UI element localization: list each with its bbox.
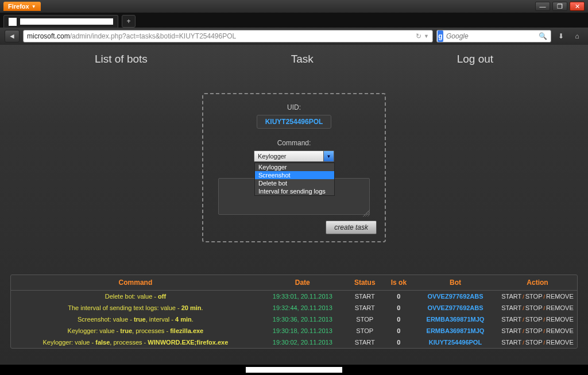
command-option[interactable]: Screenshot	[255, 171, 334, 179]
cell-action: START/STOP/REMOVE	[498, 314, 577, 325]
cell-bot[interactable]: ERMBA369871MJQ	[413, 325, 498, 337]
th-date: Date	[260, 275, 345, 291]
url-path: /admin/index.php?act=tasks&botid=KIUYT25…	[70, 32, 237, 40]
cell-command: Keylogger: value - false, processes - WI…	[11, 337, 260, 348]
window-maximize-button[interactable]: ❐	[552, 2, 567, 11]
separator-icon: /	[544, 306, 546, 311]
action-stop[interactable]: STOP	[525, 339, 543, 346]
action-remove[interactable]: REMOVE	[546, 293, 574, 300]
window-titlebar: Firefox ▼ — ❐ ✕	[0, 0, 588, 13]
search-bar[interactable]: g 🔍	[436, 30, 551, 42]
cell-date: 19:30:02, 20.11.2013	[260, 337, 345, 348]
cell-command: Delete bot: value - off	[11, 291, 260, 303]
command-select[interactable]: Keylogger ▼ KeyloggerScreenshotDelete bo…	[254, 150, 334, 162]
separator-icon: /	[544, 317, 546, 323]
cell-date: 19:30:18, 20.11.2013	[260, 325, 345, 337]
separator-icon: /	[523, 340, 524, 346]
task-form-panel: UID: KIUYT254496POL Command: Keylogger ▼…	[202, 93, 386, 242]
create-task-button[interactable]: create task	[326, 221, 377, 234]
browser-toolbar: ◄ microsoft.com /admin/index.php?act=tas…	[0, 28, 588, 45]
cell-command: Keylogger: value - true, processes - fil…	[11, 325, 260, 337]
cell-status: STOP	[345, 325, 385, 337]
action-start[interactable]: START	[501, 339, 521, 346]
uid-label: UID:	[287, 103, 301, 111]
action-remove[interactable]: REMOVE	[546, 339, 574, 346]
firefox-menu-button[interactable]: Firefox ▼	[3, 2, 41, 11]
separator-icon: /	[544, 340, 546, 346]
cell-bot[interactable]: ERMBA369871MJQ	[413, 314, 498, 325]
separator-icon: /	[523, 306, 524, 311]
tasks-table: Command Date Status Is ok Bot Action Del…	[10, 275, 578, 349]
separator-icon: /	[523, 328, 524, 334]
resize-grip-icon[interactable]	[363, 210, 370, 217]
cell-action: START/STOP/REMOVE	[498, 291, 577, 303]
search-icon[interactable]: 🔍	[535, 32, 551, 40]
reload-icon[interactable]: ↻	[416, 32, 421, 40]
action-remove[interactable]: REMOVE	[546, 327, 574, 334]
command-label: Command:	[277, 139, 311, 147]
action-start[interactable]: START	[501, 316, 521, 323]
cell-is-ok: 0	[385, 302, 413, 314]
table-row: The interval of sending text logs: value…	[11, 302, 577, 314]
cell-date: 19:33:01, 20.11.2013	[260, 291, 345, 303]
cell-status: START	[345, 302, 385, 314]
cell-is-ok: 0	[385, 291, 413, 303]
window-close-button[interactable]: ✕	[570, 2, 585, 11]
table-row: Delete bot: value - off19:33:01, 20.11.2…	[11, 291, 577, 303]
command-option[interactable]: Interval for sending logs	[255, 187, 334, 195]
action-remove[interactable]: REMOVE	[546, 304, 574, 311]
new-tab-button[interactable]: +	[122, 15, 136, 28]
window-minimize-button[interactable]: —	[535, 2, 550, 11]
cell-is-ok: 0	[385, 337, 413, 348]
cell-status: START	[345, 291, 385, 303]
cell-bot[interactable]: OVVEZ977692ABS	[413, 302, 498, 314]
th-bot: Bot	[413, 275, 498, 291]
cell-is-ok: 0	[385, 325, 413, 337]
cell-bot[interactable]: KIUYT254496POL	[413, 337, 498, 348]
status-block	[245, 366, 343, 373]
action-start[interactable]: START	[501, 304, 521, 311]
cell-command: Screenshot: value - true, interval - 4 m…	[11, 314, 260, 325]
cell-status: STOP	[345, 314, 385, 325]
home-button[interactable]: ⌂	[571, 30, 583, 42]
th-is-ok: Is ok	[385, 275, 413, 291]
tab-favicon	[9, 18, 17, 26]
cell-action: START/STOP/REMOVE	[498, 325, 577, 337]
cell-status: START	[345, 337, 385, 348]
chevron-down-icon: ▼	[32, 4, 36, 9]
chevron-down-icon[interactable]: ▼	[424, 33, 429, 39]
cell-date: 19:30:36, 20.11.2013	[260, 314, 345, 325]
command-selected-value: Keylogger	[254, 153, 323, 160]
action-stop[interactable]: STOP	[525, 304, 543, 311]
command-option[interactable]: Delete bot	[255, 179, 334, 187]
search-input[interactable]	[444, 32, 535, 40]
th-command: Command	[11, 275, 260, 291]
action-stop[interactable]: STOP	[525, 293, 543, 300]
action-stop[interactable]: STOP	[525, 316, 543, 323]
action-remove[interactable]: REMOVE	[546, 316, 574, 323]
browser-tab[interactable]	[3, 15, 118, 28]
cell-bot[interactable]: OVVEZ977692ABS	[413, 291, 498, 303]
action-start[interactable]: START	[501, 327, 521, 334]
command-dropdown: KeyloggerScreenshotDelete botInterval fo…	[254, 163, 335, 196]
browser-tabstrip: +	[0, 13, 588, 28]
action-start[interactable]: START	[501, 293, 521, 300]
url-host: microsoft.com	[27, 32, 70, 40]
url-bar[interactable]: microsoft.com /admin/index.php?act=tasks…	[23, 30, 433, 42]
table-row: Keylogger: value - false, processes - WI…	[11, 337, 577, 348]
command-option[interactable]: Keylogger	[255, 163, 334, 171]
separator-icon: /	[523, 317, 524, 323]
nav-logout[interactable]: Log out	[457, 53, 493, 65]
google-icon: g	[438, 30, 443, 42]
action-stop[interactable]: STOP	[525, 327, 543, 334]
chevron-down-icon[interactable]: ▼	[323, 151, 334, 161]
separator-icon: /	[523, 294, 524, 300]
th-action: Action	[498, 275, 577, 291]
tab-label	[20, 18, 113, 25]
uid-value: KIUYT254496POL	[257, 115, 332, 129]
cell-action: START/STOP/REMOVE	[498, 302, 577, 314]
downloads-button[interactable]: ⬇	[555, 30, 567, 42]
nav-list-bots[interactable]: List of bots	[95, 53, 148, 65]
nav-task[interactable]: Task	[291, 53, 314, 65]
back-button[interactable]: ◄	[5, 30, 20, 42]
